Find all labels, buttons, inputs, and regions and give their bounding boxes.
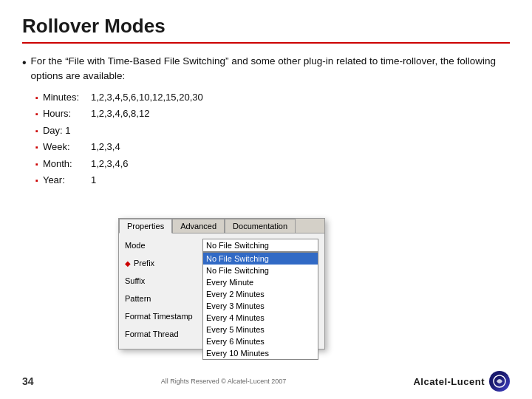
sub-label-0: Minutes: xyxy=(43,90,91,105)
dropdown-item-2[interactable]: Every Minute xyxy=(203,276,318,288)
format-thread-label: Format Thread xyxy=(125,330,202,338)
properties-dialog: Properties Advanced Documentation Mode N… xyxy=(118,218,325,349)
dropdown-item-0[interactable]: No File Switching xyxy=(203,253,318,265)
red-diamond-icon: ◆ xyxy=(125,259,131,267)
list-item: ▪ Minutes: 1,2,3,4,5,6,10,12,15,20,30 xyxy=(35,90,510,105)
dropdown-item-3[interactable]: Every 2 Minutes xyxy=(203,288,318,300)
sub-value-0: 1,2,3,4,5,6,10,12,15,20,30 xyxy=(91,90,203,105)
pattern-label: Pattern xyxy=(125,294,202,303)
logo-text: Alcatel-Lucent xyxy=(413,376,485,387)
footer: 34 All Rights Reserved © Alcatel-Lucent … xyxy=(0,371,532,392)
mode-value-box[interactable]: No File Switching No File Switching No F… xyxy=(202,239,318,252)
dialog-body: Mode No File Switching No File Switching… xyxy=(119,233,324,349)
prefix-label: ◆Prefix xyxy=(125,259,202,267)
slide-content: • For the “File with Time-Based File Swi… xyxy=(22,54,510,188)
mode-label: Mode xyxy=(125,241,202,250)
sub-value-1: 1,2,3,4,6,8,12 xyxy=(91,106,150,121)
dropdown-item-5[interactable]: Every 4 Minutes xyxy=(203,312,318,324)
sub-label-3: Week: xyxy=(43,140,91,154)
mode-row: Mode No File Switching No File Switching… xyxy=(125,238,318,253)
list-item: ▪ Week: 1,2,3,4 xyxy=(35,140,510,154)
square-bullet-5: ▪ xyxy=(35,174,38,187)
slide: Rollover Modes • For the “File with Time… xyxy=(0,0,532,399)
sub-label-2: Day: 1 xyxy=(43,123,91,138)
mode-select[interactable]: No File Switching xyxy=(202,239,318,252)
sub-value-3: 1,2,3,4 xyxy=(91,140,120,154)
list-item: ▪ Day: 1 xyxy=(35,123,510,138)
list-item: ▪ Hours: 1,2,3,4,6,8,12 xyxy=(35,106,510,121)
square-bullet-2: ▪ xyxy=(35,125,38,137)
dropdown-item-7[interactable]: Every 6 Minutes xyxy=(203,335,318,347)
square-bullet-3: ▪ xyxy=(35,141,38,154)
dropdown-item-8[interactable]: Every 10 Minutes xyxy=(203,347,318,359)
tab-documentation[interactable]: Documentation xyxy=(225,219,296,233)
dialog-tab-bar: Properties Advanced Documentation xyxy=(119,219,324,233)
sub-value-5: 1 xyxy=(91,173,96,188)
sub-label-4: Month: xyxy=(43,157,91,171)
dropdown-item-6[interactable]: Every 5 Minutes xyxy=(203,324,318,335)
square-bullet-1: ▪ xyxy=(35,108,38,120)
square-bullet-0: ▪ xyxy=(35,92,38,104)
sub-value-4: 1,2,3,4,6 xyxy=(91,157,129,171)
intro-text: For the “File with Time-Based File Switc… xyxy=(31,54,510,84)
sub-list: ▪ Minutes: 1,2,3,4,5,6,10,12,15,20,30 ▪ … xyxy=(35,90,510,188)
sub-label-1: Hours: xyxy=(43,106,91,121)
bullet-dot: • xyxy=(22,54,27,72)
slide-title: Rollover Modes xyxy=(22,15,510,44)
list-item: ▪ Year: 1 xyxy=(35,173,510,188)
page-number: 34 xyxy=(22,375,34,387)
square-bullet-4: ▪ xyxy=(35,158,38,171)
tab-advanced[interactable]: Advanced xyxy=(172,219,225,233)
logo-icon xyxy=(489,371,510,392)
logo-area: Alcatel-Lucent xyxy=(413,371,510,392)
format-timestamp-label: Format Timestamp xyxy=(125,312,202,321)
mode-dropdown[interactable]: No File Switching No File Switching Ever… xyxy=(202,252,318,360)
dropdown-item-1[interactable]: No File Switching xyxy=(203,265,318,276)
sub-label-5: Year: xyxy=(43,173,91,188)
suffix-label: Suffix xyxy=(125,276,202,285)
copyright-text: All Rights Reserved © Alcatel-Lucent 200… xyxy=(161,378,287,385)
list-item: ▪ Month: 1,2,3,4,6 xyxy=(35,157,510,171)
dropdown-item-4[interactable]: Every 3 Minutes xyxy=(203,300,318,312)
tab-properties[interactable]: Properties xyxy=(119,219,172,233)
intro-bullet: • For the “File with Time-Based File Swi… xyxy=(22,54,510,84)
